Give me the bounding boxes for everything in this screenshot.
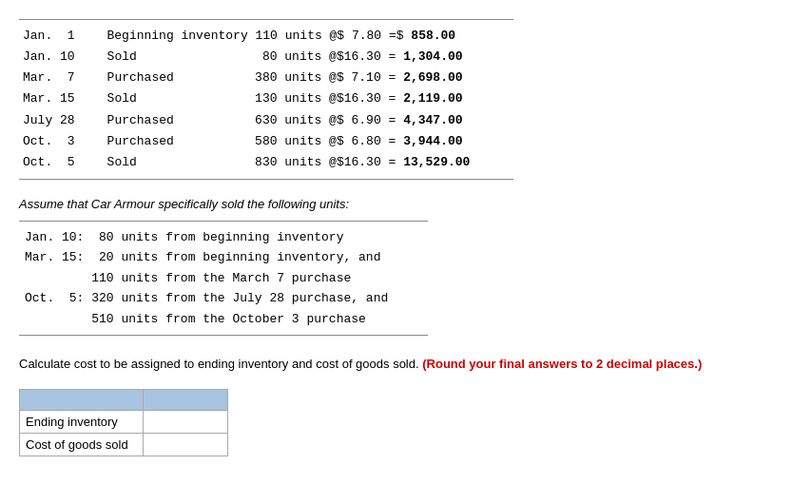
answer-row: Ending inventory — [20, 410, 228, 433]
question-text: Calculate cost to be assigned to ending … — [19, 355, 793, 374]
inventory-row: July 28Purchased 630 units @$ 6.90 = 4,3… — [19, 110, 513, 131]
sales-row: Oct. 5: 320 units from the July 28 purch… — [23, 288, 424, 308]
inventory-table: Jan. 1Beginning inventory 110 units @$ 7… — [19, 19, 513, 180]
row-desc: Purchased — [107, 132, 248, 151]
sales-row: Mar. 15: 20 units from beginning invento… — [23, 247, 424, 267]
row-date: Mar. 15 — [23, 89, 107, 108]
answer-row-label: Ending inventory — [20, 410, 144, 433]
inventory-row: Mar. 15Sold 130 units @$16.30 = 2,119.00 — [19, 88, 513, 109]
answer-input[interactable] — [149, 415, 222, 429]
question-bold: (Round your final answers to 2 decimal p… — [422, 357, 702, 371]
row-date: Oct. 5 — [23, 153, 107, 172]
answer-row-input-cell[interactable] — [143, 433, 227, 456]
inventory-row: Jan. 10Sold 80 units @$16.30 = 1,304.00 — [19, 47, 513, 68]
inventory-row: Jan. 1Beginning inventory 110 units @$ 7… — [19, 26, 513, 47]
inventory-row: Oct. 5Sold 830 units @$16.30 = 13,529.00 — [19, 152, 513, 173]
row-desc: Purchased — [107, 68, 248, 87]
answer-input[interactable] — [149, 437, 222, 452]
inventory-row: Mar. 7Purchased 380 units @$ 7.10 = 2,69… — [19, 68, 513, 88]
question-main: Calculate cost to be assigned to ending … — [19, 357, 419, 371]
row-date: Jan. 10 — [23, 48, 107, 67]
row-units: 380 units @$ 7.10 = 2,698.00 — [247, 68, 510, 87]
header-label — [20, 389, 144, 410]
row-desc: Purchased — [107, 111, 248, 130]
sales-row: 110 units from the March 7 purchase — [23, 268, 424, 288]
answer-row-label: Cost of goods sold — [20, 433, 144, 456]
answer-row: Cost of goods sold — [20, 433, 228, 456]
answer-table: Ending inventoryCost of goods sold — [19, 389, 228, 456]
row-desc: Sold — [107, 48, 248, 67]
row-desc: Sold — [107, 89, 248, 108]
row-desc: Sold — [107, 153, 248, 172]
row-units: 830 units @$16.30 = 13,529.00 — [247, 153, 510, 172]
row-date: Jan. 1 — [23, 27, 106, 46]
row-date: Mar. 7 — [23, 68, 107, 87]
sales-row: Jan. 10: 80 units from beginning invento… — [23, 227, 424, 247]
answer-header-row — [20, 389, 228, 410]
row-units: 580 units @$ 6.80 = 3,944.00 — [247, 132, 510, 151]
answer-row-input-cell[interactable] — [143, 410, 227, 433]
sales-row: 510 units from the October 3 purchase — [23, 309, 424, 329]
row-date: July 28 — [23, 111, 107, 130]
row-date: Oct. 3 — [23, 132, 107, 151]
row-desc: Beginning inventory — [106, 27, 247, 46]
row-units: 130 units @$16.30 = 2,119.00 — [247, 89, 510, 108]
row-units: 630 units @$ 6.90 = 4,347.00 — [247, 111, 510, 130]
inventory-row: Oct. 3Purchased 580 units @$ 6.80 = 3,94… — [19, 131, 513, 152]
header-value — [143, 389, 227, 410]
row-units: 110 units @$ 7.80 =$ 858.00 — [248, 27, 510, 46]
specific-sales-box: Jan. 10: 80 units from beginning invento… — [19, 221, 428, 336]
section-title: Assume that Car Armour specifically sold… — [19, 197, 793, 211]
row-units: 80 units @$16.30 = 1,304.00 — [247, 48, 510, 67]
